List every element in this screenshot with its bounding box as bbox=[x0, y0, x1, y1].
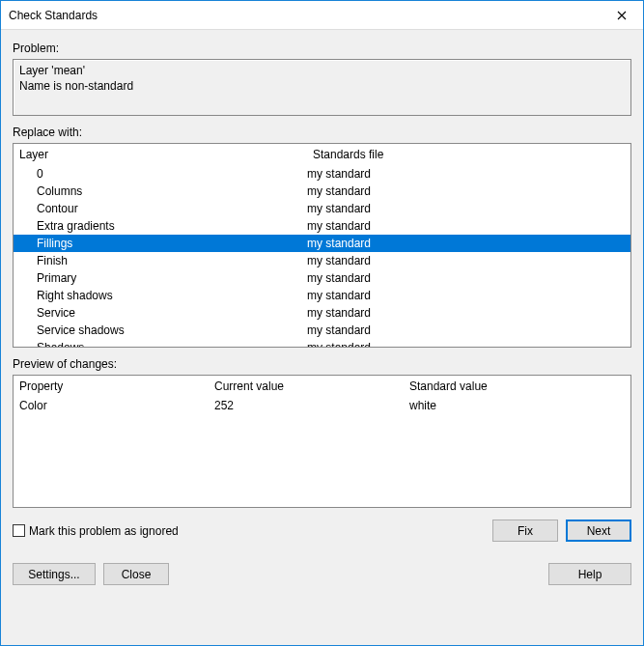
list-header: Layer Standards file bbox=[14, 144, 630, 165]
list-cell-layer: Service bbox=[14, 306, 307, 320]
list-header-file[interactable]: Standards file bbox=[307, 145, 630, 164]
preview-cell-property: Color bbox=[14, 397, 209, 414]
preview-header-current: Current value bbox=[209, 378, 404, 395]
list-header-layer[interactable]: Layer bbox=[14, 145, 307, 164]
list-cell-layer: Right shadows bbox=[14, 289, 307, 302]
preview-row: Color252white bbox=[14, 397, 630, 414]
list-row[interactable]: Shadowsmy standard bbox=[14, 339, 630, 348]
replace-list[interactable]: Layer Standards file 0my standardColumns… bbox=[13, 143, 631, 348]
list-cell-layer: Service shadows bbox=[14, 323, 307, 337]
problem-line: Name is non-standard bbox=[19, 78, 625, 94]
list-cell-file: my standard bbox=[307, 271, 630, 285]
list-cell-layer: Contour bbox=[14, 202, 307, 215]
list-cell-layer: Shadows bbox=[14, 341, 307, 348]
list-row[interactable]: Columnsmy standard bbox=[14, 183, 630, 200]
list-cell-file: my standard bbox=[307, 219, 630, 233]
preview-header: Property Current value Standard value bbox=[14, 376, 630, 397]
list-cell-layer: 0 bbox=[14, 167, 307, 181]
problem-label: Problem: bbox=[13, 42, 631, 55]
window-title: Check Standards bbox=[9, 9, 600, 22]
checkbox-box-icon bbox=[13, 524, 25, 537]
list-cell-layer: Extra gradients bbox=[14, 219, 307, 233]
list-row[interactable]: Service shadowsmy standard bbox=[14, 322, 630, 339]
preview-cell-current: 252 bbox=[209, 397, 404, 414]
problem-line: Layer 'mean' bbox=[19, 63, 625, 78]
fix-button[interactable]: Fix bbox=[492, 520, 558, 542]
mark-ignored-checkbox[interactable]: Mark this problem as ignored bbox=[13, 524, 179, 538]
preview-cell-standard: white bbox=[404, 397, 630, 414]
replace-with-label: Replace with: bbox=[13, 126, 631, 139]
list-cell-layer: Finish bbox=[14, 254, 307, 267]
close-icon[interactable] bbox=[600, 1, 643, 29]
problem-box: Layer 'mean' Name is non-standard bbox=[13, 59, 631, 116]
list-cell-file: my standard bbox=[307, 289, 630, 302]
list-cell-file: my standard bbox=[307, 184, 630, 198]
list-cell-file: my standard bbox=[307, 306, 630, 320]
preview-header-standard: Standard value bbox=[404, 378, 630, 395]
list-row[interactable]: Fillingsmy standard bbox=[14, 235, 630, 252]
titlebar: Check Standards bbox=[1, 1, 643, 30]
list-row[interactable]: Contourmy standard bbox=[14, 200, 630, 217]
list-cell-file: my standard bbox=[307, 202, 630, 215]
mark-ignored-label: Mark this problem as ignored bbox=[29, 524, 179, 538]
list-row[interactable]: Finishmy standard bbox=[14, 252, 630, 269]
bottom-row: Settings... Close Help bbox=[13, 563, 631, 585]
list-cell-file: my standard bbox=[307, 341, 630, 348]
list-row[interactable]: Extra gradientsmy standard bbox=[14, 217, 630, 235]
list-cell-file: my standard bbox=[307, 254, 630, 267]
list-cell-layer: Fillings bbox=[14, 237, 307, 250]
preview-list: Property Current value Standard value Co… bbox=[13, 375, 631, 508]
list-row[interactable]: Primarymy standard bbox=[14, 269, 630, 287]
list-cell-file: my standard bbox=[307, 167, 630, 181]
next-button[interactable]: Next bbox=[566, 520, 631, 542]
preview-header-property: Property bbox=[14, 378, 209, 395]
close-button[interactable]: Close bbox=[103, 563, 169, 585]
list-row[interactable]: Servicemy standard bbox=[14, 304, 630, 322]
list-row[interactable]: 0my standard bbox=[14, 165, 630, 183]
settings-button[interactable]: Settings... bbox=[13, 563, 96, 585]
action-row: Mark this problem as ignored Fix Next bbox=[13, 520, 631, 542]
list-row[interactable]: Right shadowsmy standard bbox=[14, 287, 630, 304]
list-cell-layer: Primary bbox=[14, 271, 307, 285]
help-button[interactable]: Help bbox=[548, 563, 631, 585]
preview-label: Preview of changes: bbox=[13, 357, 631, 371]
check-standards-window: Check Standards Problem: Layer 'mean' Na… bbox=[0, 0, 644, 646]
list-cell-file: my standard bbox=[307, 237, 630, 250]
list-cell-file: my standard bbox=[307, 323, 630, 337]
list-cell-layer: Columns bbox=[14, 184, 307, 198]
dialog-body: Problem: Layer 'mean' Name is non-standa… bbox=[1, 30, 643, 645]
